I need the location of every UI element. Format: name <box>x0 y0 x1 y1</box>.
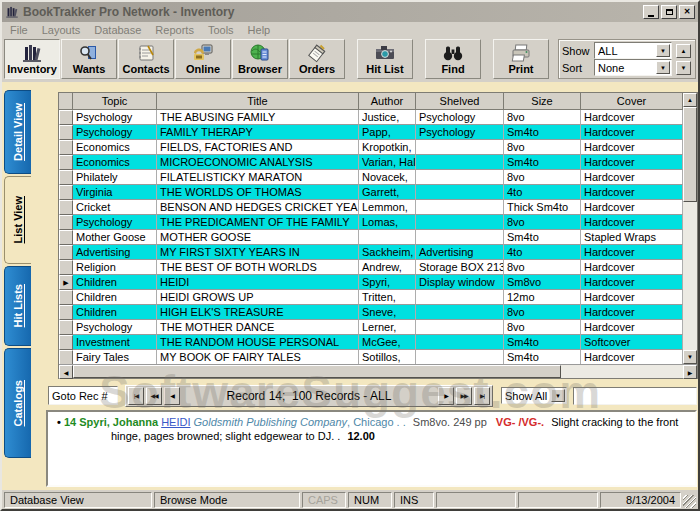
toolbar-hit-list-button[interactable]: Hit List <box>357 39 413 79</box>
first-record-button[interactable]: |◀ <box>128 387 144 405</box>
sort-spin-up-button[interactable]: ▲ <box>676 44 691 58</box>
column-header-shelved[interactable]: Shelved <box>416 93 504 110</box>
row-selector[interactable] <box>59 215 73 230</box>
table-row[interactable]: PsychologyTHE ABUSING FAMILYJustice,Psyc… <box>59 110 683 125</box>
row-selector[interactable] <box>59 320 73 335</box>
vertical-scrollbar[interactable]: ▲ ▼ <box>683 93 697 364</box>
detail-format-pages: Sm8vo. 249 pp <box>413 416 487 428</box>
scroll-down-icon[interactable]: ▼ <box>683 350 697 364</box>
table-row[interactable]: PsychologyTHE MOTHER DANCELerner,8voHard… <box>59 320 683 335</box>
column-header-size[interactable]: Size <box>504 93 581 110</box>
row-selector[interactable] <box>59 110 73 125</box>
menu-file[interactable]: File <box>4 23 36 37</box>
toolbar-inventory-button[interactable]: Inventory <box>4 39 60 79</box>
toolbar-orders-button[interactable]: Orders <box>289 39 345 79</box>
horizontal-scroll-track[interactable] <box>561 365 683 378</box>
row-selector[interactable] <box>59 125 73 140</box>
tab-detail-view[interactable]: Detail View <box>4 90 31 174</box>
next-record-button[interactable]: ▶ <box>438 387 454 405</box>
row-selector[interactable] <box>59 305 73 320</box>
tab-list-view[interactable]: List View <box>4 176 31 264</box>
show-dropdown[interactable]: ALL ▼ <box>594 42 672 59</box>
cell-shelved: Advertising <box>416 245 504 260</box>
table-row[interactable]: EconomicsMICROECONOMIC ANALYSISVarian, H… <box>59 155 683 170</box>
tab-catalogs[interactable]: Catalogs <box>4 348 31 458</box>
row-selector[interactable] <box>59 185 73 200</box>
row-selector[interactable] <box>59 335 73 350</box>
cell-size: Sm4to <box>504 335 581 350</box>
menu-layouts[interactable]: Layouts <box>36 23 89 37</box>
row-selector[interactable] <box>59 140 73 155</box>
table-row[interactable]: ▶ChildrenHEIDISpyri,Display windowSm8voH… <box>59 275 683 290</box>
column-header-author[interactable]: Author <box>359 93 416 110</box>
cell-title: MY FIRST SIXTY YEARS IN <box>157 245 359 260</box>
tab-hit-lists[interactable]: Hit Lists <box>4 266 31 346</box>
vertical-scroll-thumb[interactable] <box>683 107 697 202</box>
table-row[interactable]: Fairy TalesMY BOOK OF FAIRY TALESSotillo… <box>59 350 683 364</box>
status-browse-mode: Browse Mode <box>154 492 300 508</box>
table-row[interactable]: InvestmentTHE RANDOM HOUSE PERSONALMcGee… <box>59 335 683 350</box>
resize-grip[interactable] <box>683 495 696 508</box>
printer-icon <box>510 43 532 63</box>
detail-title-link[interactable]: HEIDI <box>161 416 190 428</box>
row-selector[interactable] <box>59 155 73 170</box>
table-row[interactable]: ChildrenHIGH ELK'S TREASURESneve,8voHard… <box>59 305 683 320</box>
toolbar-wants-button[interactable]: Wants <box>61 39 117 79</box>
maximize-button[interactable] <box>661 5 677 19</box>
scroll-right-icon[interactable]: ▶ <box>683 365 697 379</box>
toolbar-contacts-button[interactable]: Contacts <box>118 39 174 79</box>
cell-cover: Hardcover <box>581 200 683 215</box>
toolbar-print-button[interactable]: Print <box>493 39 549 79</box>
menu-database[interactable]: Database <box>88 23 149 37</box>
previous-record-button[interactable]: ◀ <box>164 387 180 405</box>
sort-spin-down-button[interactable]: ▼ <box>676 61 691 75</box>
minimize-button[interactable] <box>643 5 659 19</box>
scroll-up-icon[interactable]: ▲ <box>683 93 697 107</box>
column-header-topic[interactable]: Topic <box>73 93 157 110</box>
row-selector[interactable] <box>59 200 73 215</box>
title-bar[interactable]: BookTrakker Pro Network - Inventory ✕ <box>2 2 698 22</box>
table-row[interactable]: PhilatelyFILATELISTICKY MARATONNovacek,8… <box>59 170 683 185</box>
filter-search-input[interactable] <box>573 387 697 405</box>
close-icon: ✕ <box>684 8 691 16</box>
forward-records-button[interactable]: ▶▶ <box>456 387 472 405</box>
column-header-cover[interactable]: Cover <box>581 93 683 110</box>
goto-record-input[interactable] <box>48 386 118 405</box>
row-selector[interactable] <box>59 170 73 185</box>
table-row[interactable]: PsychologyTHE PREDICAMENT OF THE FAMILYL… <box>59 215 683 230</box>
menu-tools[interactable]: Tools <box>202 23 242 37</box>
cell-cover: Hardcover <box>581 275 683 290</box>
dropdown-arrow-icon[interactable]: ▼ <box>656 61 670 74</box>
scroll-left-icon[interactable]: ◀ <box>59 365 73 379</box>
horizontal-scrollbar[interactable]: ◀ ▶ <box>59 364 697 378</box>
toolbar-online-button[interactable]: Online <box>175 39 231 79</box>
last-record-button[interactable]: ▶| <box>474 387 490 405</box>
close-button[interactable]: ✕ <box>679 5 695 19</box>
menu-help[interactable]: Help <box>242 23 279 37</box>
row-selector[interactable]: ▶ <box>59 275 73 290</box>
table-row[interactable]: ChildrenHEIDI GROWS UPTritten,12moHardco… <box>59 290 683 305</box>
table-row[interactable]: AdvertisingMY FIRST SIXTY YEARS INSackhe… <box>59 245 683 260</box>
row-selector[interactable] <box>59 260 73 275</box>
table-row[interactable]: CricketBENSON AND HEDGES CRICKET YEARLem… <box>59 200 683 215</box>
table-row[interactable]: VirginiaTHE WORLDS OF THOMASGarrett,4toH… <box>59 185 683 200</box>
vertical-scroll-track[interactable] <box>683 202 697 350</box>
show-all-dropdown[interactable]: Show All ▼ <box>501 387 567 404</box>
table-row[interactable]: EconomicsFIELDS, FACTORIES ANDKropotkin,… <box>59 140 683 155</box>
row-selector[interactable] <box>59 245 73 260</box>
menu-reports[interactable]: Reports <box>149 23 202 37</box>
row-selector[interactable] <box>59 350 73 364</box>
row-selector[interactable] <box>59 230 73 245</box>
column-header-title[interactable]: Title <box>157 93 359 110</box>
dropdown-arrow-icon[interactable]: ▼ <box>656 44 670 57</box>
dropdown-arrow-icon[interactable]: ▼ <box>551 389 565 402</box>
row-selector[interactable] <box>59 290 73 305</box>
sort-dropdown[interactable]: None ▼ <box>594 59 672 76</box>
toolbar-browser-button[interactable]: Browser <box>232 39 288 79</box>
table-row[interactable]: Mother GooseMOTHER GOOSESm4toStapled Wra… <box>59 230 683 245</box>
table-row[interactable]: PsychologyFAMILY THERAPYPapp,PsychologyS… <box>59 125 683 140</box>
toolbar-find-button[interactable]: Find <box>425 39 481 79</box>
rewind-records-button[interactable]: ◀◀ <box>146 387 162 405</box>
horizontal-scroll-thumb[interactable] <box>73 365 561 378</box>
table-row[interactable]: ReligionTHE BEST OF BOTH WORLDSAndrew,St… <box>59 260 683 275</box>
